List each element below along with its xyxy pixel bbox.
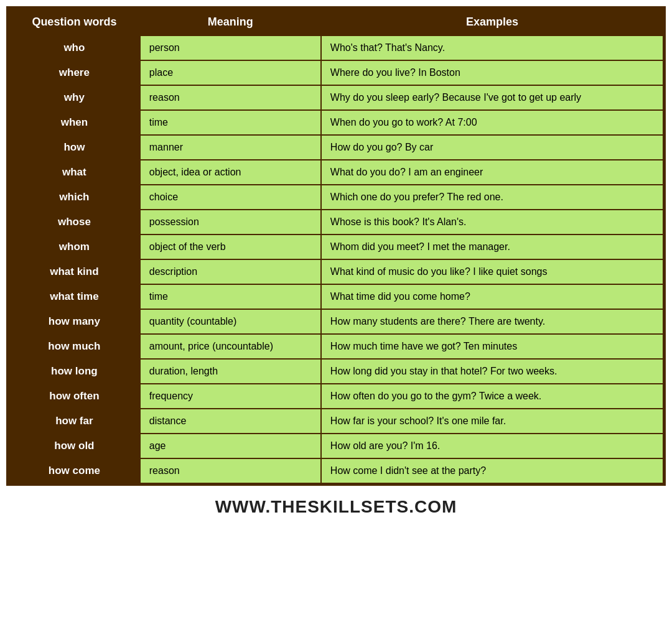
question-word-cell: what kind [9,259,140,284]
table-row: whosepossessionWhose is this book? It's … [9,210,663,235]
footer-website: WWW.THESKILLSETS.COM [215,497,457,517]
meaning-cell: object of the verb [140,235,321,259]
meaning-cell: time [140,284,321,309]
meaning-cell: quantity (countable) [140,309,321,334]
meaning-cell: place [140,60,321,85]
meaning-cell: distance [140,409,321,434]
table-row: how longduration, lengthHow long did you… [9,359,663,384]
question-word-cell: where [9,60,140,85]
example-cell: How often do you go to the gym? Twice a … [321,384,663,409]
example-cell: How old are you? I'm 16. [321,434,663,458]
table-row: whomobject of the verbWhom did you meet?… [9,235,663,259]
example-cell: Which one do you prefer? The red one. [321,185,663,210]
meaning-cell: duration, length [140,359,321,384]
table-row: whichchoiceWhich one do you prefer? The … [9,185,663,210]
question-word-cell: whose [9,210,140,235]
table-row: what kinddescriptionWhat kind of music d… [9,259,663,284]
meaning-cell: frequency [140,384,321,409]
example-cell: Where do you live? In Boston [321,60,663,85]
example-cell: Who's that? That's Nancy. [321,35,663,60]
example-cell: What time did you come home? [321,284,663,309]
example-cell: How much time have we got? Ten minutes [321,334,663,359]
example-cell: When do you go to work? At 7:00 [321,110,663,135]
example-cell: What kind of music do you like? I like q… [321,259,663,284]
table-row: how muchamount, price (uncountable)How m… [9,334,663,359]
table-row: whentimeWhen do you go to work? At 7:00 [9,110,663,135]
example-cell: Why do you sleep early? Because I've got… [321,85,663,110]
col-header-meaning: Meaning [140,9,321,35]
meaning-cell: reason [140,458,321,483]
example-cell: How far is your school? It's one mile fa… [321,409,663,434]
meaning-cell: choice [140,185,321,210]
example-cell: Whom did you meet? I met the manager. [321,235,663,259]
meaning-cell: description [140,259,321,284]
question-word-cell: why [9,85,140,110]
question-word-cell: which [9,185,140,210]
question-word-cell: how many [9,309,140,334]
table-row: whyreasonWhy do you sleep early? Because… [9,85,663,110]
question-word-cell: how come [9,458,140,483]
example-cell: How do you go? By car [321,135,663,160]
table-row: howmannerHow do you go? By car [9,135,663,160]
meaning-cell: person [140,35,321,60]
col-header-examples: Examples [321,9,663,35]
example-cell: What do you do? I am an engineer [321,160,663,185]
meaning-cell: time [140,110,321,135]
question-word-cell: how old [9,434,140,458]
table-row: how manyquantity (countable)How many stu… [9,309,663,334]
table-row: how fardistanceHow far is your school? I… [9,409,663,434]
question-words-table: Question words Meaning Examples whoperso… [6,6,666,486]
question-word-cell: how often [9,384,140,409]
table-row: how comereasonHow come I didn't see at t… [9,458,663,483]
question-word-cell: what [9,160,140,185]
question-word-cell: who [9,35,140,60]
example-cell: How many students are there? There are t… [321,309,663,334]
question-word-cell: whom [9,235,140,259]
question-word-cell: when [9,110,140,135]
meaning-cell: object, idea or action [140,160,321,185]
question-word-cell: how much [9,334,140,359]
question-word-cell: how [9,135,140,160]
example-cell: How long did you stay in that hotel? For… [321,359,663,384]
example-cell: How come I didn't see at the party? [321,458,663,483]
col-header-question-words: Question words [9,9,140,35]
meaning-cell: amount, price (uncountable) [140,334,321,359]
example-cell: Whose is this book? It's Alan's. [321,210,663,235]
meaning-cell: manner [140,135,321,160]
table-row: how oftenfrequencyHow often do you go to… [9,384,663,409]
table-row: what timetimeWhat time did you come home… [9,284,663,309]
table-row: how oldageHow old are you? I'm 16. [9,434,663,458]
table-row: whatobject, idea or actionWhat do you do… [9,160,663,185]
table-row: whereplaceWhere do you live? In Boston [9,60,663,85]
question-word-cell: what time [9,284,140,309]
question-word-cell: how far [9,409,140,434]
question-word-cell: how long [9,359,140,384]
meaning-cell: reason [140,85,321,110]
table-row: whopersonWho's that? That's Nancy. [9,35,663,60]
meaning-cell: age [140,434,321,458]
meaning-cell: possession [140,210,321,235]
